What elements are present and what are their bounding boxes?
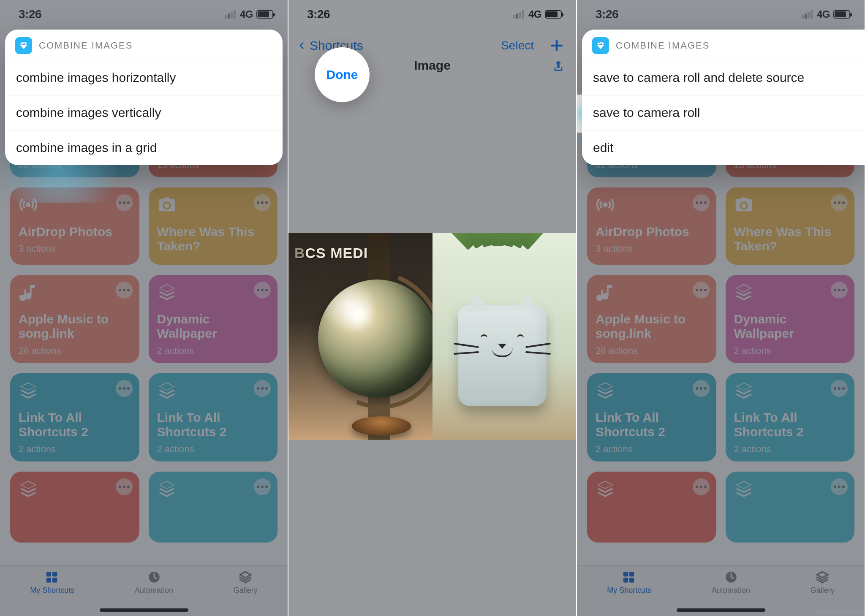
tile-title: Link To All Shortcuts 2 xyxy=(596,410,708,440)
cat-planter xyxy=(458,305,547,406)
tile-airdrop-photos[interactable]: AirDrop Photos 3 actions xyxy=(587,187,716,265)
tab-automation[interactable]: Automation xyxy=(712,570,750,595)
grid-icon xyxy=(621,570,638,584)
stack-icon xyxy=(734,282,753,302)
tile-airdrop-photos[interactable]: AirDrop Photos 3 actions xyxy=(10,187,139,265)
tile-link-all-shortcuts-b[interactable]: Link To All Shortcuts 2 2 actions xyxy=(149,373,278,461)
tile-menu-button[interactable] xyxy=(116,194,133,211)
tile-where-was-taken[interactable]: Where Was This Taken? xyxy=(726,187,855,265)
tile-subtitle: 2 actions xyxy=(19,444,131,455)
share-button[interactable] xyxy=(552,58,565,76)
tile-menu-button[interactable] xyxy=(116,478,133,495)
status-time: 3:26 xyxy=(307,8,330,21)
tile-where-was-taken[interactable]: Where Was This Taken? xyxy=(149,187,278,265)
signal-icon xyxy=(225,10,236,19)
done-button[interactable]: Done xyxy=(315,47,370,102)
tab-label: Automation xyxy=(135,586,173,595)
tile-link-all-shortcuts-a[interactable]: Link To All Shortcuts 2 2 actions xyxy=(587,373,716,461)
watermark: www.dewiki.com xyxy=(817,608,862,615)
tile-subtitle: 26 actions xyxy=(596,345,708,356)
airdrop-icon xyxy=(19,195,38,214)
tile-menu-button[interactable] xyxy=(254,478,271,495)
tile-link-all-shortcuts-b[interactable]: Link To All Shortcuts 2 2 actions xyxy=(726,373,855,461)
option-vertically[interactable]: combine images vertically xyxy=(5,95,283,130)
tile-menu-button[interactable] xyxy=(254,380,271,397)
stack-icon xyxy=(157,381,177,400)
action-sheet-title: COMBINE IMAGES xyxy=(39,40,133,51)
tile-apple-music-link[interactable]: Apple Music to song.link 26 actions xyxy=(10,275,139,363)
stack-icon xyxy=(19,479,38,499)
tile-subtitle: 3 actions xyxy=(19,243,131,254)
tile-menu-button[interactable] xyxy=(831,478,848,495)
tile-extra-a[interactable] xyxy=(10,472,139,543)
photo-left-globe: BCS MEDIA xyxy=(288,233,432,440)
tile-menu-button[interactable] xyxy=(831,282,848,299)
option-save-and-delete[interactable]: save to camera roll and delete source xyxy=(582,60,865,95)
phone-screenshot-1: 3:26 4G Shortcuts Select All Shortcuts xyxy=(0,0,288,616)
photo-right-cat xyxy=(432,233,577,440)
battery-icon xyxy=(545,10,562,19)
stack-soft-icon xyxy=(237,570,254,584)
tile-menu-button[interactable] xyxy=(693,194,710,211)
tile-link-all-shortcuts-a[interactable]: Link To All Shortcuts 2 2 actions xyxy=(10,373,139,461)
battery-icon xyxy=(833,10,850,19)
tile-menu-button[interactable] xyxy=(831,194,848,211)
tile-menu-button[interactable] xyxy=(116,380,133,397)
tab-automation[interactable]: Automation xyxy=(135,570,173,595)
tile-extra-b[interactable] xyxy=(149,472,278,543)
tile-extra-a[interactable] xyxy=(587,472,716,543)
tile-title: Link To All Shortcuts 2 xyxy=(19,410,131,440)
succulent-plant xyxy=(449,233,547,254)
tab-gallery[interactable]: Gallery xyxy=(811,570,835,595)
tile-title: Apple Music to song.link xyxy=(596,312,708,341)
stack-icon xyxy=(596,479,615,499)
signal-icon xyxy=(513,10,524,19)
network-label: 4G xyxy=(528,8,541,20)
tile-subtitle: 2 actions xyxy=(734,444,846,455)
tile-menu-button[interactable] xyxy=(693,478,710,495)
tile-menu-button[interactable] xyxy=(254,282,271,299)
tile-menu-button[interactable] xyxy=(116,282,133,299)
tab-label: My Shortcuts xyxy=(30,586,74,595)
tab-gallery[interactable]: Gallery xyxy=(234,570,258,595)
home-indicator[interactable] xyxy=(100,608,188,612)
tile-subtitle: 2 actions xyxy=(157,444,269,455)
tile-menu-button[interactable] xyxy=(831,380,848,397)
battery-icon xyxy=(256,10,273,19)
stack-icon xyxy=(734,479,753,499)
tab-label: Gallery xyxy=(811,586,835,595)
option-edit[interactable]: edit xyxy=(582,130,865,165)
tile-dynamic-wallpaper[interactable]: Dynamic Wallpaper 2 actions xyxy=(149,275,278,363)
tile-subtitle: 2 actions xyxy=(157,345,269,356)
tile-title: Link To All Shortcuts 2 xyxy=(157,410,269,440)
tile-menu-button[interactable] xyxy=(693,380,710,397)
tab-my-shortcuts[interactable]: My Shortcuts xyxy=(607,570,651,595)
tile-menu-button[interactable] xyxy=(254,194,271,211)
option-horizontally[interactable]: combine images horizontally xyxy=(5,60,283,95)
combine-images-icon xyxy=(15,37,32,54)
tile-extra-b[interactable] xyxy=(726,472,855,543)
tab-label: Gallery xyxy=(234,586,258,595)
tile-title: Dynamic Wallpaper xyxy=(734,312,846,341)
tile-title: Where Was This Taken? xyxy=(734,225,846,254)
combined-image-preview: BCS MEDIA xyxy=(288,233,576,440)
tab-my-shortcuts[interactable]: My Shortcuts xyxy=(30,570,74,595)
tile-title: AirDrop Photos xyxy=(596,225,708,239)
status-bar: 3:26 4G xyxy=(288,0,576,26)
option-save[interactable]: save to camera roll xyxy=(582,95,865,130)
tile-subtitle: 2 actions xyxy=(596,444,708,455)
tile-title: AirDrop Photos xyxy=(19,225,131,239)
tile-apple-music-link[interactable]: Apple Music to song.link 26 actions xyxy=(587,275,716,363)
status-bar: 3:26 4G xyxy=(577,0,865,26)
option-grid[interactable]: combine images in a grid xyxy=(5,130,283,165)
action-sheet: COMBINE IMAGES combine images horizontal… xyxy=(5,30,283,165)
network-label: 4G xyxy=(240,8,253,20)
home-indicator[interactable] xyxy=(677,608,765,612)
tile-dynamic-wallpaper[interactable]: Dynamic Wallpaper 2 actions xyxy=(726,275,855,363)
clock-icon xyxy=(723,570,740,584)
quicklook-title: Image xyxy=(414,58,451,73)
tile-title: Apple Music to song.link xyxy=(19,312,131,341)
stack-soft-icon xyxy=(814,570,831,584)
tile-menu-button[interactable] xyxy=(693,282,710,299)
phone-screenshot-2: 3:26 4G Shortcuts Select Image xyxy=(288,0,576,616)
